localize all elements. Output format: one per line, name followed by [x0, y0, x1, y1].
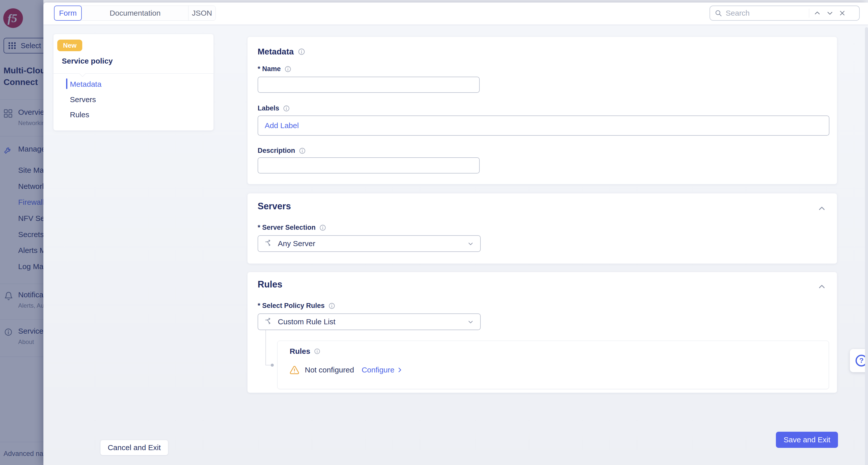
policy-rules-label: * Select Policy Rules	[258, 302, 325, 310]
add-label-button[interactable]: Add Label	[265, 121, 299, 130]
not-configured-status: Not configured	[305, 366, 354, 374]
nested-rules-info-icon[interactable]	[314, 348, 320, 355]
modal-scrim	[0, 0, 43, 465]
servers-collapse-icon[interactable]	[818, 204, 826, 212]
chevron-down-icon	[467, 240, 474, 247]
step-servers[interactable]: Servers	[70, 95, 96, 104]
connector-dot	[271, 364, 274, 367]
rules-section: Rules * Select Policy Rules	[247, 272, 837, 393]
wizard-divider-notch	[79, 70, 86, 77]
name-label: * Name	[258, 65, 281, 73]
labels-info-icon[interactable]	[283, 105, 290, 112]
tab-form[interactable]: Form	[54, 5, 82, 21]
labels-field: Add Label	[258, 115, 829, 136]
active-step-bar	[66, 78, 67, 89]
search-prev-icon[interactable]	[814, 9, 821, 16]
server-selection-dropdown[interactable]: Any Server	[258, 235, 481, 252]
nested-rules-heading: Rules	[290, 347, 310, 356]
connector-line-vertical	[266, 330, 266, 365]
description-label: Description	[258, 147, 295, 155]
configure-link[interactable]: Configure	[362, 366, 403, 374]
chevron-right-icon	[396, 367, 403, 373]
step-metadata[interactable]: Metadata	[70, 80, 101, 89]
name-input[interactable]	[258, 77, 480, 93]
save-and-exit-button[interactable]: Save and Exit	[776, 432, 838, 448]
warning-icon	[290, 365, 299, 375]
configure-link-label: Configure	[362, 366, 394, 374]
nested-rules-card: Rules Not configured	[277, 341, 829, 389]
wizard-title: Service policy	[62, 57, 113, 65]
scrollbar[interactable]	[865, 27, 868, 465]
tab-documentation[interactable]: Documentation	[82, 6, 188, 21]
wizard-divider	[54, 73, 214, 74]
branch-icon	[264, 239, 273, 248]
server-selection-value: Any Server	[278, 239, 462, 248]
metadata-section: Metadata * Name Labels	[247, 37, 837, 184]
search-input[interactable]	[726, 9, 809, 18]
service-policy-modal: Documentation JSON Form	[43, 2, 868, 465]
cancel-and-exit-button[interactable]: Cancel and Exit	[100, 440, 168, 456]
metadata-heading: Metadata	[258, 47, 294, 57]
policy-rules-info-icon[interactable]	[328, 302, 335, 309]
search-close-icon[interactable]	[839, 10, 845, 16]
wizard-nav-card: New Service policy Metadata Servers Rule…	[53, 34, 214, 131]
new-badge: New	[57, 40, 82, 51]
modal-content: New Service policy Metadata Servers Rule…	[43, 25, 868, 465]
servers-section: Servers * Server Selection	[247, 193, 837, 264]
svg-text:?: ?	[859, 357, 864, 364]
server-selection-info-icon[interactable]	[319, 224, 326, 231]
servers-heading: Servers	[258, 201, 291, 211]
search-divider	[809, 8, 809, 18]
server-selection-label: * Server Selection	[258, 224, 316, 232]
rules-heading: Rules	[258, 279, 282, 290]
search-icon	[715, 9, 722, 17]
labels-label: Labels	[258, 104, 279, 112]
chevron-down-icon	[467, 318, 474, 325]
modal-toolbar: Documentation JSON Form	[43, 2, 868, 25]
description-info-icon[interactable]	[299, 147, 306, 154]
name-info-icon[interactable]	[284, 66, 291, 73]
rules-collapse-icon[interactable]	[818, 283, 826, 291]
policy-rules-dropdown[interactable]: Custom Rule List	[258, 313, 481, 330]
search-box	[710, 5, 860, 21]
description-input[interactable]	[258, 157, 480, 173]
tab-json[interactable]: JSON	[188, 6, 216, 21]
step-rules[interactable]: Rules	[70, 110, 89, 119]
policy-rules-value: Custom Rule List	[278, 318, 462, 326]
metadata-info-icon[interactable]	[298, 48, 305, 56]
branch-icon	[264, 318, 273, 326]
search-next-icon[interactable]	[826, 9, 833, 16]
